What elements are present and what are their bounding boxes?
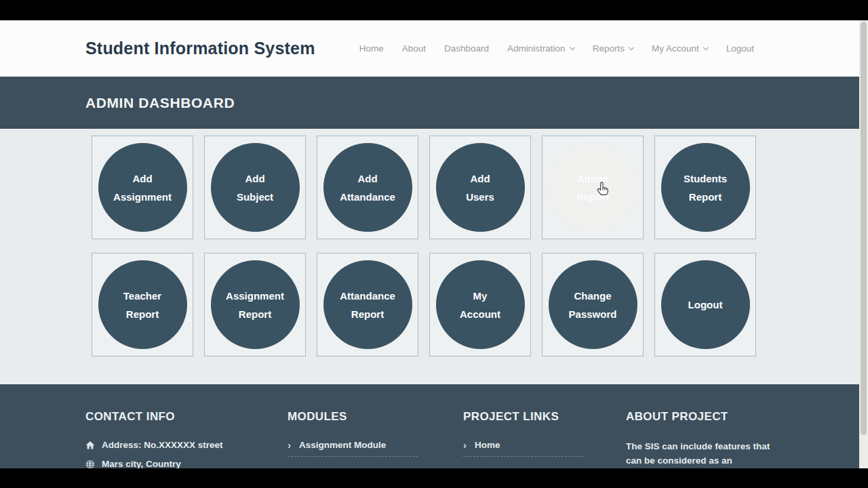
- tile-label-line1: Logout: [688, 296, 723, 314]
- tile-circle[interactable]: My Account: [436, 260, 525, 349]
- footer-link-label: Home: [475, 440, 500, 450]
- tile-label-line1: Teacher: [123, 287, 161, 305]
- tile-label-line2: Users: [466, 188, 494, 206]
- footer-project-links: PROJECT LINKS › Home: [463, 410, 626, 468]
- tile-attandance-report[interactable]: Attandance Report: [317, 253, 418, 357]
- tile-grid: Add Assignment Add Subject Add A: [85, 129, 783, 357]
- tile-add-assignment[interactable]: Add Assignment: [92, 136, 193, 239]
- tile-label-line2: Subject: [237, 188, 273, 206]
- nav-item-logout[interactable]: Logout: [726, 43, 754, 54]
- tile-logout[interactable]: Logout: [654, 253, 756, 357]
- nav-label: Logout: [726, 43, 754, 54]
- footer-link-home[interactable]: › Home: [463, 440, 584, 457]
- home-icon: [85, 441, 95, 450]
- tile-label-line1: Change: [574, 287, 611, 305]
- footer-modules: MODULES › Assignment Module: [288, 410, 463, 468]
- tile-label-line2: Report: [689, 188, 722, 206]
- chevron-right-icon: ›: [463, 440, 467, 450]
- nav-item-about[interactable]: About: [402, 43, 426, 54]
- tile-students-report[interactable]: Students Report: [654, 136, 756, 239]
- footer-heading: PROJECT LINKS: [463, 410, 626, 424]
- nav-item-dashboard[interactable]: Dashboard: [444, 43, 489, 54]
- tile-label-line1: Add: [357, 169, 377, 188]
- nav-label: About: [402, 43, 426, 54]
- tile-circle[interactable]: Students Report: [661, 143, 750, 232]
- nav-item-administration[interactable]: Administration: [507, 43, 574, 54]
- main-nav: Home About Dashboard Administration Repo…: [359, 43, 783, 54]
- tile-circle[interactable]: Add Assignment: [98, 143, 187, 232]
- tile-circle[interactable]: Add Subject: [211, 143, 300, 232]
- tile-admin-report[interactable]: Admin Report: [542, 136, 644, 239]
- footer-link-label: Assignment Module: [299, 440, 386, 450]
- nav-item-my-account[interactable]: My Account: [652, 43, 708, 54]
- nav-label: Administration: [507, 43, 566, 54]
- tile-label-line1: Attandance: [340, 287, 395, 305]
- scrollbar-thumb[interactable]: [861, 22, 867, 435]
- tile-label-line1: Assignment: [226, 287, 284, 305]
- site-header: Student Information System Home About Da…: [0, 20, 868, 77]
- footer-contact-info: CONTACT INFO Address: No.XXXXXX street: [85, 410, 288, 468]
- tile-circle[interactable]: Attandance Report: [323, 260, 412, 349]
- tile-label-line2: Account: [460, 305, 500, 323]
- dashboard-content: Add Assignment Add Subject Add A: [0, 129, 868, 384]
- page-banner: ADMIN DASHBOARD: [0, 77, 868, 129]
- tile-circle[interactable]: Admin Report: [549, 143, 637, 232]
- site-footer: CONTACT INFO Address: No.XXXXXX street: [0, 384, 868, 468]
- footer-heading: MODULES: [288, 410, 463, 424]
- tile-add-subject[interactable]: Add Subject: [204, 136, 306, 239]
- scrollbar[interactable]: [859, 20, 868, 468]
- tile-circle[interactable]: Teacher Report: [98, 260, 187, 349]
- tile-circle[interactable]: Logout: [661, 260, 750, 349]
- tile-label-line2: Password: [569, 305, 617, 323]
- tile-label-line2: Report: [126, 305, 159, 323]
- tile-label-line2: Attandance: [340, 188, 395, 206]
- nav-item-reports[interactable]: Reports: [593, 43, 633, 54]
- chevron-down-icon: [629, 44, 634, 49]
- footer-heading: ABOUT PROJECT: [626, 410, 783, 424]
- tile-assignment-report[interactable]: Assignment Report: [204, 253, 306, 357]
- tile-add-users[interactable]: Add Users: [429, 136, 531, 239]
- letterbox-top: [0, 0, 868, 20]
- nav-label: Reports: [593, 43, 625, 54]
- nav-label: My Account: [652, 43, 699, 54]
- app-window: Student Information System Home About Da…: [0, 0, 868, 488]
- tile-circle[interactable]: Change Password: [549, 260, 637, 349]
- tile-circle[interactable]: Assignment Report: [211, 260, 300, 349]
- tile-label-line1: Add: [245, 169, 264, 188]
- globe-icon: [85, 460, 95, 469]
- footer-heading: CONTACT INFO: [85, 410, 288, 424]
- nav-label: Home: [359, 43, 384, 54]
- about-project-text: The SIS can include features that can be…: [626, 440, 783, 468]
- contact-city-text: Mars city, Country: [102, 459, 181, 468]
- brand-title[interactable]: Student Information System: [85, 39, 315, 58]
- nav-label: Dashboard: [444, 43, 489, 54]
- tile-add-attandance[interactable]: Add Attandance: [317, 136, 418, 239]
- nav-item-home[interactable]: Home: [359, 43, 384, 54]
- tile-label-line1: Students: [684, 169, 727, 188]
- cursor-pointer-icon: [594, 180, 612, 198]
- tile-label-line2: Report: [239, 305, 271, 323]
- letterbox-bottom: [0, 468, 868, 488]
- contact-address: Address: No.XXXXXX street: [85, 440, 288, 450]
- page: Student Information System Home About Da…: [0, 20, 868, 468]
- tile-label-line1: My: [473, 287, 488, 305]
- tile-circle[interactable]: Add Users: [436, 143, 525, 232]
- tile-my-account[interactable]: My Account: [429, 253, 531, 357]
- tile-label-line2: Report: [351, 305, 384, 323]
- tile-label-line2: Assignment: [113, 188, 172, 206]
- chevron-down-icon: [703, 44, 708, 49]
- tile-teacher-report[interactable]: Teacher Report: [92, 253, 193, 357]
- contact-address-text: Address: No.XXXXXX street: [102, 440, 223, 450]
- tile-label-line1: Add: [132, 169, 152, 188]
- tile-change-password[interactable]: Change Password: [542, 253, 644, 357]
- page-title: ADMIN DASHBOARD: [85, 95, 783, 111]
- footer-about-project: ABOUT PROJECT The SIS can include featur…: [626, 410, 783, 468]
- chevron-right-icon: ›: [288, 440, 291, 450]
- tile-circle[interactable]: Add Attandance: [323, 143, 412, 232]
- chevron-down-icon: [569, 44, 574, 49]
- tile-label-line1: Add: [470, 169, 490, 188]
- contact-city: Mars city, Country: [85, 459, 288, 468]
- footer-link-assignment-module[interactable]: › Assignment Module: [288, 440, 418, 457]
